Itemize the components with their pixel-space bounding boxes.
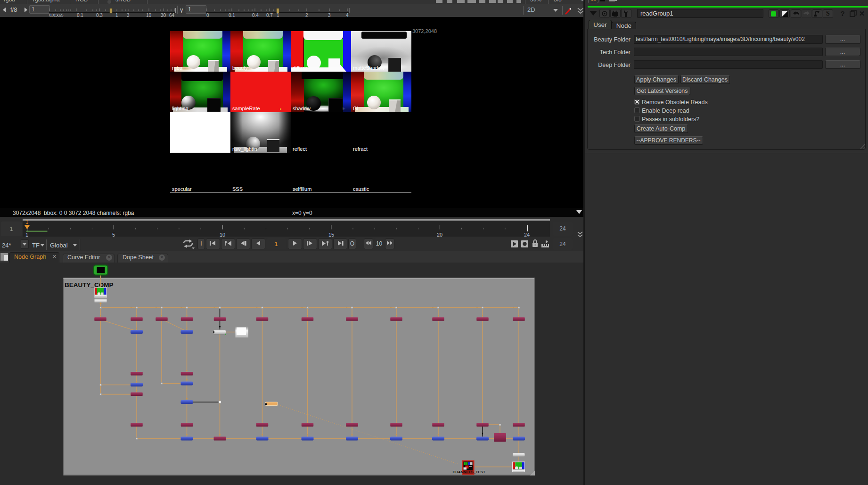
svg-text:1: 1 (26, 220, 29, 225)
svg-text:CHANNELS_TEST: CHANNELS_TEST (453, 470, 485, 474)
